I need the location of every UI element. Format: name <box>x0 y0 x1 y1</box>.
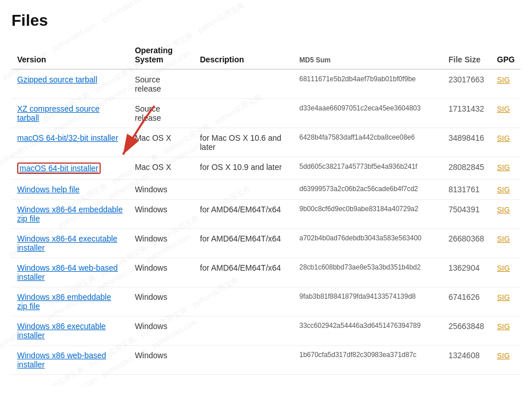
md5-cell: 1b670cfa5d317df82c30983ea371d87c <box>293 346 443 375</box>
file-link[interactable]: Windows x86-64 executable installer <box>17 234 117 252</box>
md5-cell: 9b00c8cf6d9ec0b9abe83184a40729a2 <box>293 200 443 229</box>
file-link[interactable]: Windows x86-64 embeddable zip file <box>17 205 122 223</box>
table-row: Windows x86 embeddable zip fileWindows9f… <box>11 287 521 316</box>
file-link[interactable]: XZ compressed source tarball <box>17 104 100 122</box>
file-link[interactable]: Windows x86 web-based installer <box>17 351 106 369</box>
os-cell: Windows <box>129 229 194 258</box>
sig-link[interactable]: SIG <box>497 351 510 360</box>
sig-link[interactable]: SIG <box>497 134 510 142</box>
os-cell: Mac OS X <box>129 157 194 180</box>
description-cell <box>194 316 294 346</box>
table-row: Windows x86-64 executable installerWindo… <box>11 229 521 258</box>
description-cell <box>194 99 294 128</box>
os-cell: Source release <box>129 99 194 128</box>
description-cell <box>194 180 294 200</box>
table-row: XZ compressed source tarballSource relea… <box>11 99 521 128</box>
filesize-cell: 7504391 <box>443 200 491 229</box>
filesize-cell: 17131432 <box>443 99 491 128</box>
md5-cell: a702b4b0ad76debdb3043a583e563400 <box>293 229 443 258</box>
os-cell: Windows <box>129 346 194 375</box>
os-cell: Mac OS X <box>129 128 194 157</box>
file-link[interactable]: Windows help file <box>17 185 80 194</box>
description-cell: for AMD64/EM64T/x64 <box>194 229 294 258</box>
os-cell: Windows <box>129 287 194 316</box>
description-cell <box>194 69 294 99</box>
filesize-cell: 1324608 <box>443 346 491 375</box>
os-cell: Source release <box>129 69 194 99</box>
os-cell: Windows <box>129 258 194 287</box>
header-gpg: GPG <box>491 41 521 69</box>
md5-cell: d33e4aae66097051c2eca45ee3604803 <box>293 99 443 128</box>
header-filesize: File Size <box>443 41 491 69</box>
file-link[interactable]: Windows x86 embeddable zip file <box>17 292 111 311</box>
filesize-cell: 26680368 <box>443 229 491 258</box>
sig-link[interactable]: SIG <box>497 322 510 331</box>
md5-cell: 68111671e5b2db4aef7b9ab01bf0f9be <box>293 69 443 99</box>
description-cell <box>194 346 294 375</box>
file-link[interactable]: macOS 64-bit installer <box>19 164 98 173</box>
files-table: Version OperatingSystem Description MD5 … <box>11 41 521 375</box>
sig-link[interactable]: SIG <box>497 105 510 113</box>
header-description: Description <box>194 41 294 69</box>
description-cell: for AMD64/EM64T/x64 <box>194 200 294 229</box>
filesize-cell: 34898416 <box>443 128 491 157</box>
description-cell: for AMD64/EM64T/x64 <box>194 258 294 287</box>
table-row: macOS 64-bit installerMac OS Xfor OS X 1… <box>11 157 521 180</box>
md5-cell: 5dd605c38217a45773bf5e4a936b241f <box>293 157 443 180</box>
file-link[interactable]: Windows x86-64 web-based installer <box>17 263 118 282</box>
sig-link[interactable]: SIG <box>497 264 510 272</box>
table-row: Windows x86-64 web-based installerWindow… <box>11 258 521 287</box>
table-row: Windows help fileWindowsd63999573a2c06b2… <box>11 180 521 200</box>
file-link[interactable]: Windows x86 executable installer <box>17 322 106 340</box>
os-cell: Windows <box>129 200 194 229</box>
sig-link[interactable]: SIG <box>497 76 510 84</box>
header-version: Version <box>11 41 129 69</box>
md5-cell: d63999573a2c06b2ac56cade6b4f7cd2 <box>293 180 443 200</box>
table-row: Windows x86-64 embeddable zip fileWindow… <box>11 200 521 229</box>
filesize-cell: 23017663 <box>443 69 491 99</box>
md5-cell: 9fab3b81f8841879fda94133574139d8 <box>293 287 443 316</box>
sig-link[interactable]: SIG <box>497 185 510 194</box>
filesize-cell: 8131761 <box>443 180 491 200</box>
table-row: Gzipped source tarballSource release6811… <box>11 69 521 99</box>
description-cell <box>194 287 294 316</box>
filesize-cell: 28082845 <box>443 157 491 180</box>
header-os: OperatingSystem <box>129 41 194 69</box>
sig-link[interactable]: SIG <box>497 205 510 214</box>
table-row: Windows x86 web-based installerWindows1b… <box>11 346 521 375</box>
header-md5: MD5 Sum <box>293 41 443 69</box>
sig-link[interactable]: SIG <box>497 235 510 243</box>
filesize-cell: 6741626 <box>443 287 491 316</box>
file-link[interactable]: macOS 64-bit/32-bit installer <box>17 133 118 142</box>
description-cell: for OS X 10.9 and later <box>194 157 294 180</box>
description-cell: for Mac OS X 10.6 and later <box>194 128 294 157</box>
table-row: Windows x86 executable installerWindows3… <box>11 316 521 346</box>
md5-cell: 28cb1c608bbd73ae8e53a3bd351b4bd2 <box>293 258 443 287</box>
filesize-cell: 1362904 <box>443 258 491 287</box>
md5-cell: 33cc602942a54446a3d6451476394789 <box>293 316 443 346</box>
os-cell: Windows <box>129 316 194 346</box>
md5-cell: 6428b4fa7583daff1a442cba8cee08e6 <box>293 128 443 157</box>
table-header-row: Version OperatingSystem Description MD5 … <box>11 41 521 69</box>
table-row: macOS 64-bit/32-bit installerMac OS Xfor… <box>11 128 521 157</box>
os-cell: Windows <box>129 180 194 200</box>
filesize-cell: 25663848 <box>443 316 491 346</box>
file-link[interactable]: Gzipped source tarball <box>17 75 97 84</box>
sig-link[interactable]: SIG <box>497 293 510 302</box>
page-title: Files <box>11 11 521 30</box>
sig-link[interactable]: SIG <box>497 163 510 172</box>
